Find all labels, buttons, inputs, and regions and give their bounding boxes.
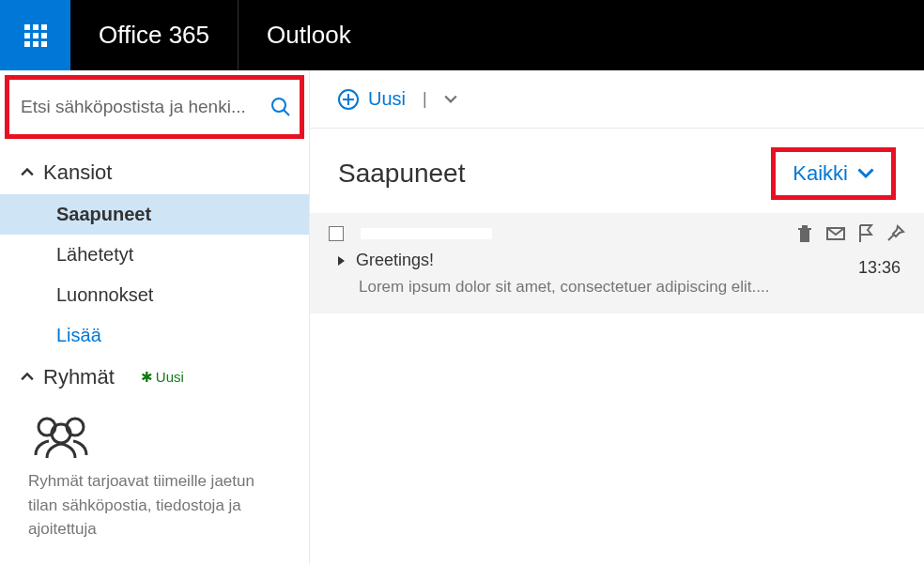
chevron-down-icon[interactable] <box>444 95 457 104</box>
separator: | <box>423 89 427 109</box>
groups-label: Ryhmät <box>43 365 115 389</box>
content-pane: Uusi | Saapuneet Kaikki <box>310 70 924 564</box>
search-icon[interactable] <box>270 96 292 118</box>
filter-highlight: Kaikki <box>771 147 896 200</box>
folder-title: Saapuneet <box>338 159 465 189</box>
chevron-up-icon <box>21 371 34 384</box>
top-bar: Office 365 Outlook <box>0 0 924 70</box>
groups-promo: Ryhmät tarjoavat tiimeille jaetun tilan … <box>0 399 309 546</box>
suite-brand[interactable]: Office 365 <box>70 0 239 70</box>
flag-icon[interactable] <box>858 224 873 243</box>
message-list-header: Saapuneet Kaikki <box>310 129 924 213</box>
svg-rect-5 <box>798 228 811 230</box>
message-subject: Greetings! <box>356 251 434 270</box>
message-time: 13:36 <box>858 258 901 278</box>
pin-icon[interactable] <box>886 224 905 243</box>
groups-new-badge: ✱Uusi <box>141 369 184 386</box>
people-icon <box>28 413 281 460</box>
mark-read-icon[interactable] <box>826 224 845 243</box>
delete-icon[interactable] <box>796 224 813 243</box>
svg-rect-7 <box>802 225 808 228</box>
sidebar: Etsi sähköpostista ja henki... Kansiot S… <box>0 70 310 564</box>
select-checkbox[interactable] <box>329 226 344 241</box>
expand-icon[interactable] <box>338 256 345 266</box>
plus-circle-icon <box>338 89 359 110</box>
message-item[interactable]: Greetings! 13:36 Lorem ipsum dolor sit a… <box>310 213 924 313</box>
svg-point-0 <box>272 99 285 112</box>
new-button[interactable]: Uusi | <box>338 88 457 110</box>
message-preview: Lorem ipsum dolor sit amet, consectetuer… <box>359 278 905 297</box>
groups-header[interactable]: Ryhmät ✱Uusi <box>0 356 309 399</box>
folders-label: Kansiot <box>43 160 112 185</box>
search-highlight: Etsi sähköpostista ja henki... <box>0 70 309 144</box>
search-input[interactable]: Etsi sähköpostista ja henki... <box>5 75 304 139</box>
chevron-up-icon <box>21 166 34 179</box>
new-label: Uusi <box>368 88 406 110</box>
asterisk-icon: ✱ <box>141 369 153 385</box>
waffle-icon <box>24 24 47 47</box>
message-actions <box>796 224 905 243</box>
folders-header[interactable]: Kansiot <box>0 151 309 194</box>
svg-rect-6 <box>800 230 809 242</box>
chevron-down-icon <box>857 168 874 179</box>
folder-more[interactable]: Lisää <box>0 315 309 356</box>
folder-drafts[interactable]: Luonnokset <box>0 275 309 315</box>
svg-point-4 <box>52 424 70 443</box>
filter-button[interactable]: Kaikki <box>793 161 874 186</box>
command-bar: Uusi | <box>310 70 924 129</box>
groups-promo-text: Ryhmät tarjoavat tiimeille jaetun tilan … <box>28 469 281 541</box>
app-launcher-button[interactable] <box>0 0 70 70</box>
folder-inbox[interactable]: Saapuneet <box>0 194 309 235</box>
svg-line-1 <box>284 110 289 115</box>
app-brand[interactable]: Outlook <box>239 0 379 70</box>
filter-label: Kaikki <box>793 161 848 186</box>
sender-name <box>361 228 492 239</box>
folder-sent[interactable]: Lähetetyt <box>0 235 309 275</box>
